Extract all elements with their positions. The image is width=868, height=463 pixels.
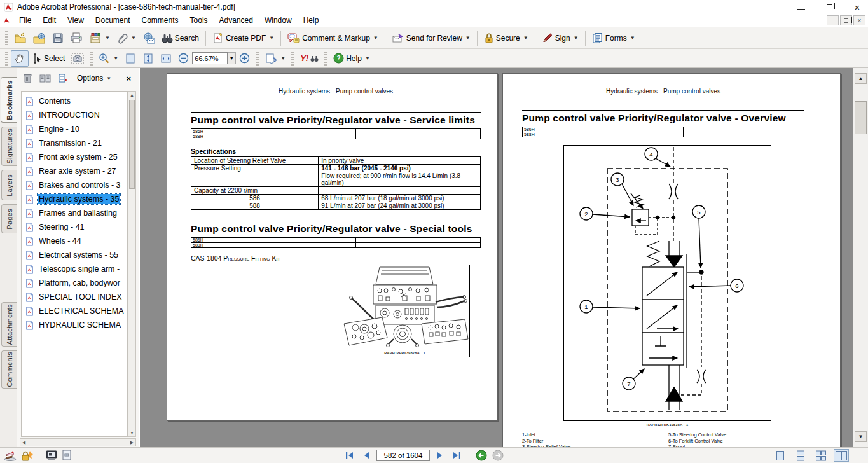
scroll-up-icon[interactable]: ▲	[128, 92, 135, 99]
page-mode-icon[interactable]	[62, 450, 72, 461]
panel-close-button[interactable]: ×	[122, 74, 135, 83]
continuous-button[interactable]	[793, 449, 808, 462]
doc-restore-button[interactable]	[840, 15, 852, 25]
menu-item[interactable]: Tools	[184, 15, 214, 26]
menu-item[interactable]: Advanced	[214, 15, 259, 26]
open-web-page-button[interactable]	[30, 30, 49, 46]
zoom-dropdown-button[interactable]: ▼	[228, 52, 236, 64]
scroll-left-icon[interactable]: ◀	[20, 439, 27, 446]
print-button[interactable]	[67, 30, 86, 46]
minimize-button[interactable]	[796, 2, 807, 12]
save-button[interactable]	[49, 30, 67, 46]
fit-width-button[interactable]	[157, 50, 175, 67]
secure-button[interactable]: Secure▼	[481, 30, 532, 46]
toolbar-grip[interactable]	[5, 31, 8, 45]
bookmark-item[interactable]: Wheels - 44	[22, 234, 127, 248]
bookmark-item[interactable]: Contents	[22, 94, 127, 108]
hand-tool-button[interactable]	[11, 50, 29, 67]
tab-signatures[interactable]: Signatures	[1, 127, 17, 166]
doc-minimize-button[interactable]: _	[827, 15, 839, 25]
toolbar-grip[interactable]	[291, 52, 294, 66]
bookmark-item[interactable]: SPECIAL TOOL INDEX	[22, 290, 127, 304]
bookmarks-horizontal-scrollbar[interactable]: ◀ ▶	[20, 438, 136, 446]
email-button[interactable]	[139, 30, 158, 46]
help-button[interactable]: ?Help▼	[330, 50, 373, 67]
organizer-button[interactable]: ▼	[86, 30, 113, 46]
toolbar-grip[interactable]	[324, 52, 327, 66]
previous-view-button[interactable]	[475, 450, 488, 461]
doc-close-button[interactable]: ×	[853, 15, 865, 25]
single-page-button[interactable]	[773, 449, 788, 462]
bookmark-item[interactable]: Frames and ballasting	[22, 206, 127, 220]
delete-bookmark-button[interactable]	[21, 72, 34, 85]
new-bookmark-button[interactable]	[57, 72, 69, 85]
attach-button[interactable]: ▼	[113, 30, 139, 46]
menu-item[interactable]: Document	[90, 15, 136, 26]
tab-pages[interactable]: Pages	[1, 204, 17, 233]
bookmark-item[interactable]: Engine - 10	[22, 122, 127, 136]
menu-item[interactable]: Window	[259, 15, 298, 26]
bookmark-item[interactable]: ELECTRICAL SCHEMA	[22, 304, 127, 318]
close-button[interactable]: ×	[851, 2, 863, 12]
bookmark-item[interactable]: Steering - 41	[22, 220, 127, 234]
first-page-button[interactable]	[343, 450, 356, 461]
yahoo-search-button[interactable]: Y!	[297, 50, 322, 67]
page-number-input[interactable]	[376, 450, 430, 461]
next-page-button[interactable]	[434, 450, 446, 461]
zoom-tool-button[interactable]: ▼	[95, 50, 121, 67]
security-lock-icon[interactable]	[20, 450, 33, 462]
bookmark-item[interactable]: Front axle system - 25	[22, 150, 127, 164]
scrollbar-thumb[interactable]	[855, 101, 867, 134]
forms-button[interactable]: Forms▼	[589, 30, 638, 46]
bookmark-item[interactable]: Platform, cab, bodywor	[22, 276, 127, 290]
send-for-review-button[interactable]: Send for Review▼	[389, 30, 474, 46]
search-button[interactable]: Search	[158, 30, 202, 46]
bookmark-item[interactable]: Rear axle system - 27	[22, 164, 127, 178]
zoom-in-button[interactable]	[236, 50, 253, 67]
facing-button[interactable]	[834, 449, 849, 462]
bookmark-item[interactable]: Transmission - 21	[22, 136, 127, 150]
tab-comments[interactable]: Comments	[1, 350, 17, 389]
scroll-right-icon[interactable]: ▶	[128, 439, 135, 446]
toolbar-grip[interactable]	[5, 52, 8, 66]
toolbar-grip[interactable]	[90, 52, 93, 66]
fit-page-button[interactable]	[121, 50, 139, 67]
menu-item[interactable]: File	[13, 15, 37, 26]
bookmarks-options-button[interactable]: Options▼	[74, 73, 114, 84]
bookmark-item[interactable]: Electrical systems - 55	[22, 248, 127, 262]
menu-item[interactable]: Comments	[136, 15, 184, 26]
scroll-down-icon[interactable]: ▼	[128, 429, 135, 436]
scroll-up-button[interactable]: ▲	[855, 73, 867, 84]
menu-item[interactable]: View	[62, 15, 90, 26]
open-button[interactable]	[11, 30, 30, 46]
snapshot-tool-button[interactable]	[68, 50, 87, 67]
bookmark-item[interactable]: Telescopic single arm -	[22, 262, 127, 276]
bookmarks-vertical-scrollbar[interactable]: ▲ ▼	[128, 91, 136, 437]
sign-button[interactable]: Sign▼	[539, 30, 582, 46]
tab-layers[interactable]: Layers	[1, 170, 17, 200]
bookmark-item[interactable]: Brakes and controls - 3	[22, 178, 127, 192]
bookmark-item[interactable]: HYDRAULIC SCHEMA	[22, 318, 127, 332]
fit-height-button[interactable]	[139, 50, 157, 67]
continuous-facing-button[interactable]	[813, 449, 829, 462]
select-tool-button[interactable]: Select	[29, 50, 68, 67]
zoom-level-input[interactable]	[192, 52, 228, 64]
restore-button[interactable]	[823, 2, 835, 12]
menu-item[interactable]: Edit	[37, 15, 62, 26]
bookmark-item[interactable]: INTRODUCTION	[22, 108, 127, 122]
toolbar-grip[interactable]	[256, 52, 259, 66]
next-view-button[interactable]	[492, 450, 504, 461]
expand-current-bookmark-button[interactable]	[39, 72, 52, 85]
page-display-button[interactable]: ▼	[261, 50, 289, 67]
scrollbar-thumb[interactable]	[129, 100, 135, 189]
tab-bookmarks[interactable]: Bookmarks	[1, 77, 17, 123]
last-page-button[interactable]	[450, 450, 463, 461]
screen-mode-icon[interactable]	[45, 450, 58, 461]
menu-item[interactable]: Help	[298, 15, 325, 26]
tab-attachments[interactable]: Attachments	[1, 302, 17, 347]
scroll-down-button[interactable]: ▼	[855, 431, 867, 442]
document-vertical-scrollbar[interactable]: ▲ ▼	[853, 68, 868, 447]
document-area[interactable]: Hydraulic systems - Pump control valves …	[140, 68, 853, 447]
zoom-out-button[interactable]	[175, 50, 192, 67]
create-pdf-button[interactable]: Create PDF▼	[209, 30, 277, 46]
